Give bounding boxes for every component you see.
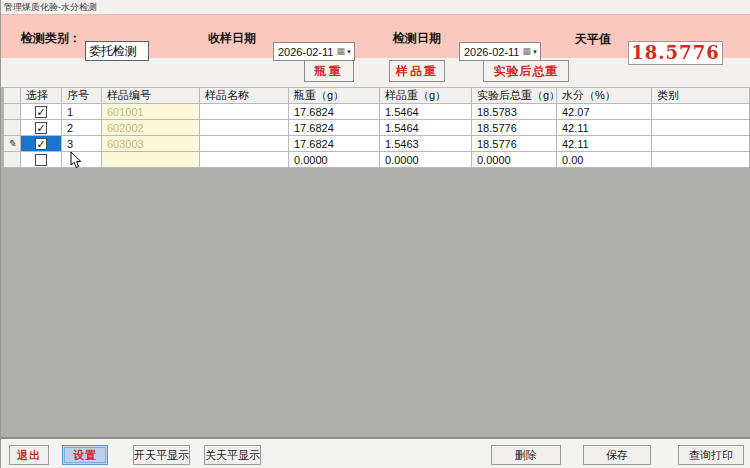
- chevron-down-icon: ▼: [346, 49, 352, 55]
- cell-sample-weight[interactable]: 1.5464: [380, 104, 472, 120]
- row-selector-cell[interactable]: [4, 104, 21, 120]
- calendar-dropdown-button[interactable]: ▦ ▼: [335, 43, 354, 60]
- moisture-test-window: 管理煤质化验-水分检测 检测类别： 收样日期 2026-02-11 ▦ ▼ 检测…: [0, 0, 750, 468]
- row-selector-cell[interactable]: [4, 120, 21, 136]
- footer-bar: 退出 设置 开天平显示 关天平显示 删除 保存 查询打印: [1, 437, 750, 468]
- row-selector-header: [4, 88, 21, 104]
- table-row: ✓ 2 602002 17.6824 1.5464 18.5776 42.11: [4, 120, 750, 136]
- table-header-row: 选择 序号 样品编号 样品名称 瓶重（g） 样品重（g） 实验后总重（g） 水分…: [4, 88, 750, 104]
- test-date-value: 2026-02-11: [464, 46, 521, 58]
- cell-category[interactable]: [652, 152, 750, 168]
- cell-seq[interactable]: 3: [62, 136, 102, 152]
- column-header-bottle-weight: 瓶重（g）: [289, 88, 380, 104]
- cell-category[interactable]: [652, 104, 750, 120]
- query-print-button[interactable]: 查询打印: [678, 445, 744, 465]
- select-checkbox-cell[interactable]: [21, 152, 62, 168]
- calendar-dropdown-button[interactable]: ▦ ▼: [521, 43, 540, 60]
- column-header-sample-weight: 样品重（g）: [380, 88, 472, 104]
- cell-bottle-weight[interactable]: 17.6824: [289, 136, 380, 152]
- edit-pencil-icon: ✎: [8, 138, 16, 149]
- column-header-sample-no: 样品编号: [102, 88, 200, 104]
- cell-sample-no[interactable]: [102, 152, 200, 168]
- save-button[interactable]: 保存: [583, 445, 651, 465]
- cell-sample-name[interactable]: [200, 136, 289, 152]
- cell-bottle-weight[interactable]: 17.6824: [289, 120, 380, 136]
- table-row: ✓ 1 601001 17.6824 1.5464 18.5783 42.07: [4, 104, 750, 120]
- balance-value-label: 天平值: [575, 31, 611, 48]
- receive-date-picker[interactable]: 2026-02-11 ▦ ▼: [273, 42, 355, 61]
- grid-background: 选择 序号 样品编号 样品名称 瓶重（g） 样品重（g） 实验后总重（g） 水分…: [1, 87, 750, 437]
- delete-button[interactable]: 删除: [491, 445, 561, 465]
- cell-total-weight[interactable]: 18.5776: [472, 120, 557, 136]
- cell-sample-no[interactable]: 603003: [102, 136, 200, 152]
- cell-seq[interactable]: [62, 152, 102, 168]
- cell-sample-weight[interactable]: 1.5464: [380, 120, 472, 136]
- column-header-sample-name: 样品名称: [200, 88, 289, 104]
- column-header-seq: 序号: [62, 88, 102, 104]
- column-header-category: 类别: [652, 88, 750, 104]
- cell-bottle-weight[interactable]: 0.0000: [289, 152, 380, 168]
- receive-date-value: 2026-02-11: [278, 46, 335, 58]
- column-header-total-weight: 实验后总重（g）: [472, 88, 557, 104]
- balance-display-on-button[interactable]: 开天平显示: [133, 445, 190, 465]
- cell-sample-name[interactable]: [200, 104, 289, 120]
- select-checkbox-cell[interactable]: ✓: [21, 120, 62, 136]
- cell-category[interactable]: [652, 136, 750, 152]
- balance-value-display: 18.5776: [628, 41, 723, 65]
- calendar-icon: ▦: [523, 47, 532, 56]
- exit-button[interactable]: 退出: [9, 445, 49, 465]
- select-checkbox-cell-selected[interactable]: ✓: [21, 136, 62, 152]
- samples-table: 选择 序号 样品编号 样品名称 瓶重（g） 样品重（g） 实验后总重（g） 水分…: [3, 87, 750, 168]
- window-title: 管理煤质化验-水分检测: [4, 1, 97, 14]
- category-label: 检测类别：: [21, 30, 81, 47]
- cell-category[interactable]: [652, 120, 750, 136]
- bottle-weight-button[interactable]: 瓶重: [304, 60, 354, 82]
- calendar-icon: ▦: [337, 47, 346, 56]
- total-after-weight-button[interactable]: 实验后总重: [483, 60, 569, 82]
- row-selector-cell[interactable]: ✎: [4, 136, 21, 152]
- cell-moisture[interactable]: 0.00: [557, 152, 652, 168]
- table-row-new: 0.0000 0.0000 0.0000 0.00: [4, 152, 750, 168]
- cell-total-weight[interactable]: 18.5776: [472, 136, 557, 152]
- receive-date-label: 收样日期: [208, 30, 256, 47]
- column-header-moisture: 水分（%）: [557, 88, 652, 104]
- checkbox-checked[interactable]: ✓: [35, 106, 47, 118]
- test-date-label: 检测日期: [393, 30, 441, 47]
- test-date-picker[interactable]: 2026-02-11 ▦ ▼: [459, 42, 541, 61]
- cell-moisture[interactable]: 42.07: [557, 104, 652, 120]
- cell-total-weight[interactable]: 18.5783: [472, 104, 557, 120]
- cell-sample-weight[interactable]: 1.5463: [380, 136, 472, 152]
- category-input[interactable]: [85, 41, 149, 61]
- chevron-down-icon: ▼: [532, 49, 538, 55]
- checkbox-unchecked[interactable]: [35, 154, 47, 166]
- cell-sample-name[interactable]: [200, 120, 289, 136]
- cell-sample-no[interactable]: 602002: [102, 120, 200, 136]
- cell-total-weight[interactable]: 0.0000: [472, 152, 557, 168]
- table-row-editing: ✎ ✓ 3 603003 17.6824 1.5463 18.5776 42.1…: [4, 136, 750, 152]
- checkbox-checked[interactable]: ✓: [35, 138, 47, 150]
- column-header-select: 选择: [21, 88, 62, 104]
- cell-moisture[interactable]: 42.11: [557, 136, 652, 152]
- balance-display-off-button[interactable]: 关天平显示: [204, 445, 261, 465]
- cell-sample-name[interactable]: [200, 152, 289, 168]
- checkbox-checked[interactable]: ✓: [35, 122, 47, 134]
- cell-bottle-weight[interactable]: 17.6824: [289, 104, 380, 120]
- row-selector-cell[interactable]: [4, 152, 21, 168]
- select-checkbox-cell[interactable]: ✓: [21, 104, 62, 120]
- cell-sample-no[interactable]: 601001: [102, 104, 200, 120]
- parameter-toolbar: 检测类别： 收样日期 2026-02-11 ▦ ▼ 检测日期 2026-02-1…: [1, 14, 750, 58]
- cell-seq[interactable]: 1: [62, 104, 102, 120]
- cell-moisture[interactable]: 42.11: [557, 120, 652, 136]
- cell-sample-weight[interactable]: 0.0000: [380, 152, 472, 168]
- cell-seq[interactable]: 2: [62, 120, 102, 136]
- sample-weight-button[interactable]: 样品重: [389, 60, 445, 82]
- settings-button[interactable]: 设置: [62, 445, 108, 465]
